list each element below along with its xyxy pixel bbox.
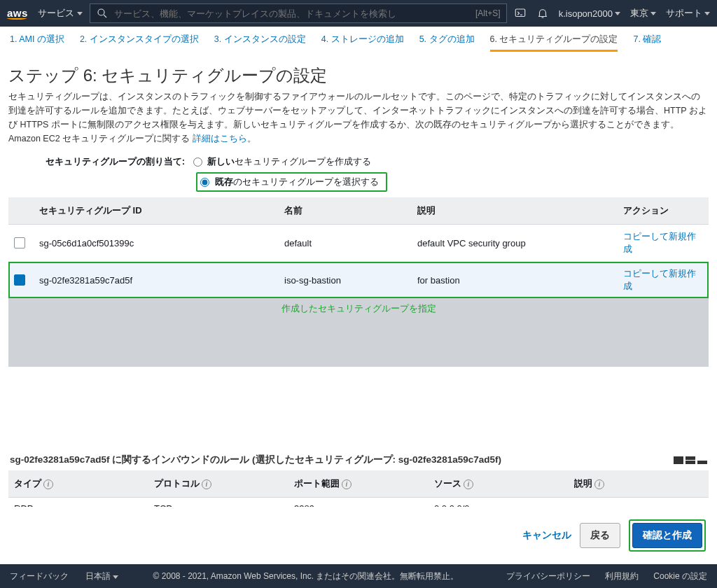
privacy-link[interactable]: プライバシーポリシー	[506, 571, 590, 581]
page-description: セキュリティグループは、インスタンスのトラフィックを制御するファイアウォールのル…	[8, 90, 709, 146]
sg-radio-new-input[interactable]	[193, 158, 202, 167]
search-shortcut: [Alt+S]	[475, 8, 501, 18]
info-icon[interactable]: i	[594, 479, 604, 489]
services-label: サービス	[38, 7, 74, 20]
rule-type-cell: RDP	[8, 498, 148, 507]
account-menu[interactable]: k.isopon2000	[559, 8, 620, 19]
caret-down-icon	[704, 12, 710, 15]
col-protocol: プロトコルi	[148, 470, 288, 498]
search-input[interactable]	[114, 8, 470, 19]
wizard-actions: キャンセル 戻る 確認と作成	[0, 507, 717, 564]
cancel-link[interactable]: キャンセル	[522, 529, 571, 542]
annotation-text: 作成したセキュリティグループを指定	[8, 298, 709, 318]
sg-radio-existing-input[interactable]	[200, 178, 209, 187]
col-sg-id: セキュリティグループ ID	[34, 197, 279, 225]
table-empty-area	[8, 318, 709, 367]
support-menu[interactable]: サポート	[666, 7, 710, 20]
sg-id-cell: sg-05c6d1a0cf501399c	[34, 225, 279, 262]
sg-copy-link[interactable]: コピーして新規作成	[618, 262, 709, 299]
cookie-link[interactable]: Cookie の設定	[653, 571, 707, 581]
sg-checkbox[interactable]	[14, 237, 25, 248]
page-title: ステップ 6: セキュリティグループの設定	[8, 64, 709, 87]
aws-logo-text: aws	[7, 7, 28, 19]
col-sg-name: 名前	[279, 197, 412, 225]
sg-radio-existing[interactable]: 既存のセキュリティグループを選択する	[200, 176, 379, 187]
info-icon[interactable]: i	[43, 479, 53, 489]
rule-port-cell: 3389	[288, 498, 429, 507]
footer-copyright: © 2008 - 2021, Amazon Web Services, Inc.…	[153, 570, 459, 582]
caret-down-icon	[77, 12, 83, 15]
sg-id-cell: sg-02fe3281a59c7ad5f	[34, 262, 279, 299]
global-footer: フィードバック 日本語 © 2008 - 2021, Amazon Web Se…	[0, 564, 717, 588]
svg-rect-2	[515, 9, 525, 17]
layout-split-icon[interactable]	[685, 456, 695, 464]
caret-down-icon	[650, 12, 656, 15]
sg-name-cell: default	[279, 225, 412, 262]
col-port: ポート範囲i	[288, 470, 429, 498]
info-icon[interactable]: i	[464, 479, 473, 489]
caret-down-icon	[615, 12, 620, 15]
step-6[interactable]: 6. セキュリティグループの設定	[490, 34, 618, 52]
info-icon[interactable]: i	[342, 479, 351, 489]
table-row: RDP TCP 3389 0.0.0.0/0	[8, 498, 709, 507]
global-search[interactable]: [Alt+S]	[90, 4, 507, 23]
search-icon	[96, 7, 109, 20]
col-sg-actions: アクション	[618, 197, 709, 225]
bell-icon[interactable]	[536, 7, 549, 20]
sg-name-cell: iso-sg-bastion	[279, 262, 412, 299]
support-label: サポート	[666, 7, 702, 20]
col-desc: 説明i	[569, 470, 709, 498]
col-type: タイプi	[8, 470, 148, 498]
sg-assign-block: セキュリティグループの割り当て: 新しいセキュリティグループを作成する 既存のセ…	[8, 155, 709, 192]
wizard-steps: 1. AMI の選択 2. インスタンスタイプの選択 3. インスタンスの設定 …	[0, 27, 717, 56]
step-3[interactable]: 3. インスタンスの設定	[214, 34, 306, 52]
main-content: ステップ 6: セキュリティグループの設定 セキュリティグループは、インスタンス…	[0, 56, 717, 507]
review-and-launch-button[interactable]: 確認と作成	[632, 523, 702, 548]
inbound-rules-title: sg-02fe3281a59c7ad5f に関するインバウンドのルール (選択し…	[10, 454, 501, 466]
back-button[interactable]: 戻る	[580, 523, 620, 548]
svg-line-1	[104, 15, 106, 18]
layout-bottom-icon[interactable]	[697, 456, 707, 464]
aws-logo[interactable]: aws	[7, 7, 28, 20]
sg-radio-new[interactable]: 新しいセキュリティグループを作成する	[193, 156, 372, 167]
svg-point-0	[98, 9, 104, 15]
sg-copy-link[interactable]: コピーして新規作成	[618, 225, 709, 262]
layout-full-icon[interactable]	[674, 456, 683, 464]
step-1[interactable]: 1. AMI の選択	[10, 34, 64, 52]
step-2[interactable]: 2. インスタンスタイプの選択	[80, 34, 199, 52]
sg-desc-cell: for bastion	[412, 262, 618, 299]
sg-checkbox[interactable]	[14, 274, 25, 286]
learn-more-link[interactable]: 詳細はこちら	[193, 134, 247, 144]
feedback-link[interactable]: フィードバック	[10, 570, 69, 582]
step-4[interactable]: 4. ストレージの追加	[321, 34, 404, 52]
caret-down-icon	[113, 575, 118, 579]
rule-protocol-cell: TCP	[148, 498, 288, 507]
account-name: k.isopon2000	[559, 8, 613, 19]
inbound-rules-table: タイプi プロトコルi ポート範囲i ソースi 説明i RDP TCP 3389…	[8, 470, 709, 507]
layout-toggle[interactable]	[674, 456, 707, 464]
terms-link[interactable]: 利用規約	[605, 571, 639, 581]
sg-desc-cell: default VPC security group	[412, 225, 618, 262]
step-5[interactable]: 5. タグの追加	[419, 34, 475, 52]
rule-source-cell: 0.0.0.0/0	[429, 498, 569, 507]
services-menu[interactable]: サービス	[38, 7, 83, 20]
inbound-rules-section: sg-02fe3281a59c7ad5f に関するインバウンドのルール (選択し…	[8, 451, 709, 507]
rule-desc-cell	[569, 498, 709, 507]
sg-assign-label: セキュリティグループの割り当て:	[8, 155, 190, 168]
step-7[interactable]: 7. 確認	[633, 34, 661, 52]
col-source: ソースi	[429, 470, 569, 498]
table-row[interactable]: sg-05c6d1a0cf501399c default default VPC…	[8, 225, 709, 262]
col-sg-desc: 説明	[412, 197, 618, 225]
cloudshell-icon[interactable]	[514, 7, 527, 20]
global-nav: aws サービス [Alt+S] k.isopon2000 東京 サポート	[0, 0, 717, 27]
security-group-table: セキュリティグループ ID 名前 説明 アクション sg-05c6d1a0cf5…	[8, 197, 709, 298]
info-icon[interactable]: i	[202, 479, 211, 489]
language-selector[interactable]: 日本語	[85, 570, 118, 582]
table-row[interactable]: sg-02fe3281a59c7ad5f iso-sg-bastion for …	[8, 262, 709, 299]
region-label: 東京	[630, 7, 648, 20]
region-menu[interactable]: 東京	[630, 7, 656, 20]
